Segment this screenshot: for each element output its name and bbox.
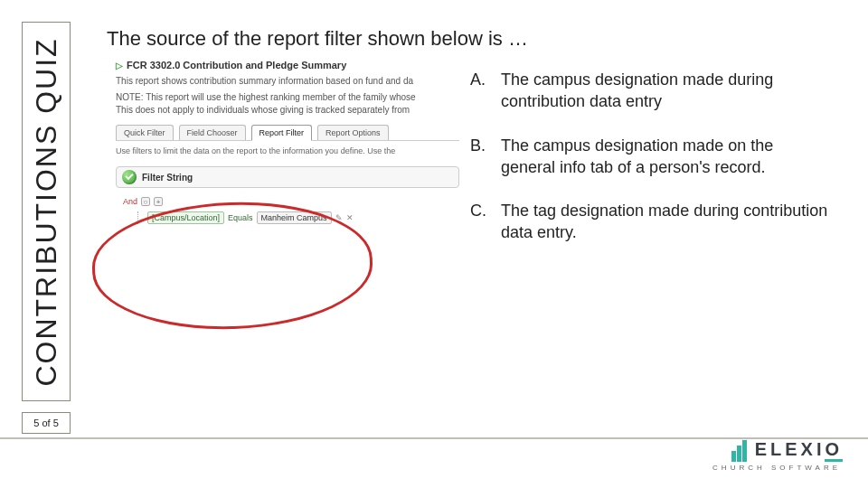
- logo-main: ELEXIO: [731, 438, 843, 462]
- filter-condition-row: [Campus/Location] Equals Manheim Campus …: [137, 211, 459, 224]
- report-note: NOTE: This report will use the highest r…: [116, 91, 459, 116]
- answer-text: The campus designation made during contr…: [501, 69, 832, 113]
- check-circle-icon: [122, 170, 137, 184]
- filter-string-label: Filter String: [142, 173, 193, 183]
- logo-word-accent: O: [825, 439, 843, 459]
- filter-and-row: And ○ +: [123, 197, 459, 206]
- answer-option-a[interactable]: A. The campus designation made during co…: [470, 69, 832, 113]
- pager: 5 of 5: [22, 412, 71, 434]
- tab-quick-filter[interactable]: Quick Filter: [116, 125, 174, 140]
- filter-and-label: And: [123, 197, 137, 206]
- filter-field-chip[interactable]: [Campus/Location]: [147, 211, 224, 224]
- tab-report-filter[interactable]: Report Filter: [251, 125, 313, 140]
- sidebar-tag: CONTRIBUTIONS QUIZ: [30, 37, 63, 386]
- report-screenshot: ▷ FCR 3302.0 Contribution and Pledge Sum…: [116, 60, 459, 331]
- answer-option-c[interactable]: C. The tag designation made during contr…: [470, 200, 832, 244]
- expand-triangle-icon: ▷: [116, 61, 123, 70]
- tab-field-chooser[interactable]: Field Chooser: [179, 125, 246, 140]
- answer-letter: A.: [470, 69, 490, 113]
- answer-text: The campus designation made on the gener…: [501, 135, 832, 179]
- question-text: The source of the report filter shown be…: [107, 27, 528, 51]
- elexio-logo: ELEXIO CHURCH SOFTWARE: [662, 432, 843, 477]
- report-note-line1: NOTE: This report will use the highest r…: [116, 92, 416, 102]
- pager-text: 5 of 5: [33, 418, 59, 428]
- add-group-icon[interactable]: ○: [141, 197, 150, 206]
- logo-subtitle: CHURCH SOFTWARE: [712, 464, 841, 472]
- filter-tree: And ○ + [Campus/Location] Equals Manheim…: [123, 197, 459, 224]
- answer-letter: B.: [470, 135, 490, 179]
- answer-option-b[interactable]: B. The campus designation made on the ge…: [470, 135, 832, 179]
- logo-word-main: ELEXI: [755, 439, 826, 459]
- filter-string-header: Filter String: [116, 166, 459, 188]
- edit-condition-icon[interactable]: ✎: [335, 213, 343, 222]
- add-condition-icon[interactable]: +: [154, 197, 163, 206]
- filter-operator[interactable]: Equals: [228, 213, 253, 222]
- report-description: This report shows contribution summary i…: [116, 76, 459, 86]
- logo-word: ELEXIO: [755, 439, 843, 460]
- logo-bars-icon: [731, 438, 748, 462]
- report-title-row: ▷ FCR 3302.0 Contribution and Pledge Sum…: [116, 60, 459, 70]
- answer-text: The tag designation made during contribu…: [501, 200, 832, 244]
- answer-list: A. The campus designation made during co…: [470, 69, 832, 266]
- sidebar-tag-box: CONTRIBUTIONS QUIZ: [22, 22, 71, 401]
- report-note-line2: This does not apply to individuals whose…: [116, 105, 410, 115]
- filter-hint: Use filters to limit the data on the rep…: [116, 146, 459, 155]
- filter-value-chip[interactable]: Manheim Campus: [257, 211, 332, 224]
- report-title: FCR 3302.0 Contribution and Pledge Summa…: [127, 60, 346, 70]
- answer-letter: C.: [470, 200, 490, 244]
- report-tabs: Quick Filter Field Chooser Report Filter…: [116, 125, 459, 141]
- remove-condition-icon[interactable]: ✕: [346, 213, 354, 222]
- tab-report-options[interactable]: Report Options: [317, 125, 389, 140]
